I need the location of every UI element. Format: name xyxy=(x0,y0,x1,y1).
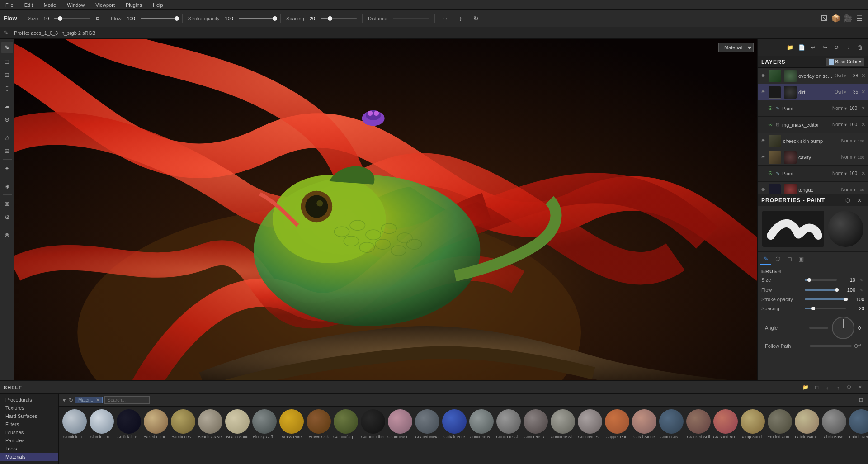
material-item[interactable]: Concrete D... xyxy=(523,409,549,439)
flip-horizontal-btn[interactable]: ↔ xyxy=(440,14,450,24)
stroke-opacity-slider[interactable] xyxy=(239,18,275,19)
layer-row[interactable]: 👁 overlay on scales Ovrl ▾ 38 ✕ xyxy=(758,68,868,84)
cpaint-delete[interactable]: ✕ xyxy=(860,170,866,177)
material-item[interactable]: Brass Pure xyxy=(278,409,305,439)
paint-tool-btn[interactable]: ✎ xyxy=(1,42,13,53)
select-btn[interactable]: ⊞ xyxy=(1,145,13,156)
menu-mode[interactable]: Mode xyxy=(42,1,58,9)
props-tab-material[interactable]: ▣ xyxy=(796,254,807,265)
layer-eye-cheeck[interactable]: 👁 xyxy=(760,137,767,145)
flow-slider[interactable] xyxy=(141,18,177,19)
props-tab-shape[interactable]: ⬡ xyxy=(772,254,783,265)
menu-file[interactable]: File xyxy=(4,1,15,9)
menu-plugins[interactable]: Plugins xyxy=(124,1,144,9)
rp-icon-6[interactable]: ↓ xyxy=(844,43,854,52)
layer-opacity[interactable]: 38 xyxy=(848,73,858,78)
layer-blend-cavity[interactable]: Norm ▾ xyxy=(841,155,856,160)
prop-spacing-slider[interactable] xyxy=(805,308,846,309)
prop-angle-slider[interactable] xyxy=(809,327,828,329)
prop-size-value[interactable]: 10 xyxy=(840,277,855,283)
prop-stroke-opacity-slider[interactable] xyxy=(805,298,846,300)
material-item[interactable]: Camouflage... xyxy=(333,409,359,439)
shelf-nav-brushes[interactable]: Brushes xyxy=(0,428,58,436)
material-item[interactable]: Damp Sand... xyxy=(740,409,766,439)
layer-opacity-dirt[interactable]: 35 xyxy=(848,90,858,95)
prop-stroke-opacity-value[interactable]: 100 xyxy=(849,297,864,302)
material-item[interactable]: Charmeuse ... xyxy=(387,409,413,439)
rp-icon-4[interactable]: ↪ xyxy=(820,43,830,52)
material-item[interactable]: Concrete B... xyxy=(468,409,495,439)
prop-flow-edit[interactable]: ✎ xyxy=(858,287,864,293)
bake-btn[interactable]: ⊠ xyxy=(1,198,13,209)
shelf-nav-tools[interactable]: Tools xyxy=(0,445,58,453)
props-tab-brush[interactable]: ✎ xyxy=(760,254,771,265)
shelf-nav-textures[interactable]: Textures xyxy=(0,404,58,412)
projection-tool-btn[interactable]: ⊡ xyxy=(1,69,13,80)
material-picker-btn[interactable]: ◈ xyxy=(1,180,13,192)
material-item[interactable]: Coral Stone xyxy=(631,409,657,439)
material-item[interactable]: Baked Light... xyxy=(143,409,169,439)
mask-norm-value[interactable]: 100 xyxy=(849,122,857,127)
rp-icon-7[interactable]: 🗑 xyxy=(855,43,865,52)
layer-row-paint[interactable]: ⦿ ✎ Paint Norm ▾ 100 ✕ xyxy=(758,100,868,117)
props-expand-btn[interactable]: ⬡ xyxy=(843,195,853,205)
paint-blend[interactable]: Norm ▾ xyxy=(832,106,847,111)
shelf-nav-procedurals[interactable]: Procedurals xyxy=(0,396,58,404)
material-item[interactable]: Coated Metal xyxy=(414,409,440,439)
layer-eye-mask[interactable]: ⦿ xyxy=(767,121,774,128)
polygon-fill-btn[interactable]: ⬡ xyxy=(1,82,13,94)
paint-delete[interactable]: ✕ xyxy=(860,105,866,112)
layer-blend-dirt[interactable]: Ovrl ▾ xyxy=(835,90,846,95)
material-item[interactable]: Brown Oak xyxy=(306,409,332,439)
geometry-btn[interactable]: △ xyxy=(1,131,13,143)
material-item[interactable]: Beach Gravel xyxy=(197,409,223,439)
material-item[interactable]: Blocky Cliff... xyxy=(251,409,278,439)
layer-row-mask[interactable]: ⦿ ⊡ mg_mask_editor Norm ▾ 100 ✕ xyxy=(758,117,868,133)
layer-eye-cpaint[interactable]: ⦿ xyxy=(767,170,774,177)
erase-tool-btn[interactable]: ◻ xyxy=(1,55,13,67)
prop-size-slider[interactable] xyxy=(805,279,837,281)
layer-delete[interactable]: ✕ xyxy=(860,73,866,79)
shelf-icon-1[interactable]: 📁 xyxy=(801,383,810,392)
layer-row-tongue[interactable]: 👁 tongue Norm ▾ 100 xyxy=(758,182,868,194)
material-item[interactable]: Cobalt Pure xyxy=(441,409,467,439)
layer-eye-paint[interactable]: ⦿ xyxy=(767,105,774,112)
layer-eye-cavity[interactable]: 👁 xyxy=(760,154,767,161)
prop-spacing-value[interactable]: 20 xyxy=(849,306,864,311)
follow-path-slider[interactable] xyxy=(810,345,852,347)
prop-flow-value[interactable]: 100 xyxy=(840,287,855,293)
layer-blend-tongue[interactable]: Norm ▾ xyxy=(841,187,856,192)
prop-flow-slider[interactable] xyxy=(805,289,837,291)
layer-row-cavity-paint[interactable]: ⦿ ✎ Paint Norm ▾ 100 ✕ xyxy=(758,166,868,182)
rp-icon-2[interactable]: 📄 xyxy=(797,43,807,52)
mask-delete[interactable]: ✕ xyxy=(860,122,866,128)
spacing-value[interactable]: 20 xyxy=(310,16,315,21)
shelf-search-input[interactable] xyxy=(104,396,150,404)
spacing-slider[interactable] xyxy=(321,18,357,19)
cpaint-blend[interactable]: Norm ▾ xyxy=(832,171,847,176)
shelf-nav-particles[interactable]: Particles xyxy=(0,436,58,445)
props-close-btn[interactable]: ✕ xyxy=(854,195,864,205)
shelf-filter-icon[interactable]: ▼ xyxy=(61,397,67,403)
mask-blend[interactable]: Norm ▾ xyxy=(832,122,847,127)
material-item[interactable]: Crashed Ro... xyxy=(712,409,739,439)
menu-viewport[interactable]: Viewport xyxy=(94,1,117,9)
size-value[interactable]: 10 xyxy=(43,16,49,21)
material-item[interactable]: Bamboo W... xyxy=(170,409,196,439)
material-item[interactable]: Carbon Fiber xyxy=(360,409,386,439)
layer-delete-dirt[interactable]: ✕ xyxy=(860,89,866,95)
shelf-expand-btn[interactable]: ⬡ xyxy=(844,383,854,392)
viewport-icon-3[interactable]: 🎥 xyxy=(843,14,853,24)
stroke-opacity-value[interactable]: 100 xyxy=(225,16,233,21)
material-item[interactable]: Fabric Base... xyxy=(821,409,847,439)
layer-blend-cheeck[interactable]: Norm ▾ xyxy=(841,138,856,143)
distance-slider[interactable] xyxy=(393,18,429,19)
menu-edit[interactable]: Edit xyxy=(23,1,35,9)
rp-icon-5[interactable]: ⟳ xyxy=(832,43,842,52)
material-item[interactable]: Concrete Cl... xyxy=(495,409,522,439)
angle-dial[interactable] xyxy=(832,317,854,339)
flow-value[interactable]: 100 xyxy=(127,16,135,21)
material-item[interactable]: Beach Sand xyxy=(224,409,250,439)
rp-icon-1[interactable]: 📁 xyxy=(785,43,795,52)
material-item[interactable]: Cotton Jea... xyxy=(658,409,684,439)
